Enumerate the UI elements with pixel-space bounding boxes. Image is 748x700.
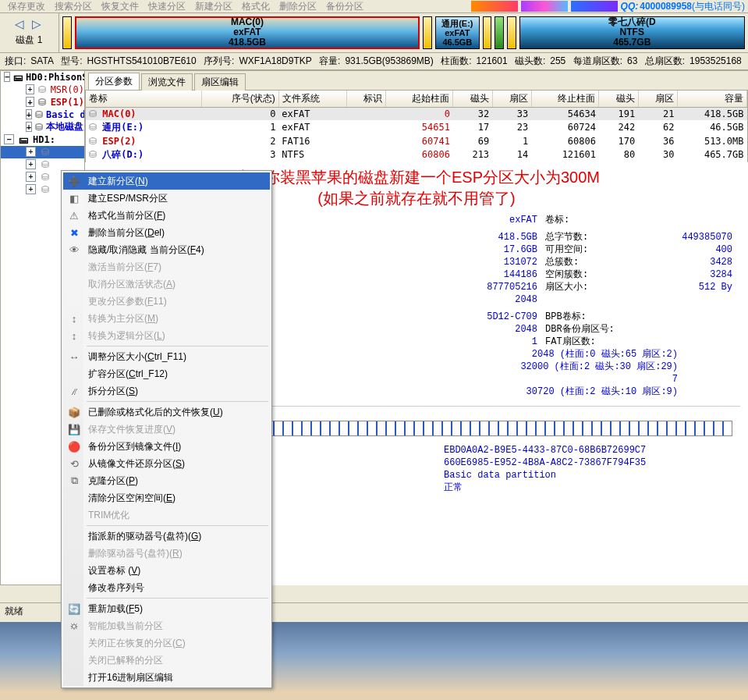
tb-search[interactable]: 搜索分区 bbox=[50, 0, 97, 13]
next-disk-icon[interactable]: ▷ bbox=[32, 18, 44, 30]
col-eh[interactable]: 磁头 bbox=[599, 91, 638, 108]
col-sc[interactable]: 起始柱面 bbox=[385, 91, 453, 108]
context-item[interactable]: ⟲从镜像文件还原分区(S) bbox=[63, 455, 270, 472]
menu-icon: ↔ bbox=[66, 351, 82, 363]
context-separator bbox=[87, 598, 268, 599]
partition-e[interactable]: 通用(E:) exFAT 46.5GB bbox=[435, 16, 480, 49]
disk-label: 磁盘 1 bbox=[16, 34, 42, 47]
iface-l: 接口: bbox=[5, 55, 26, 66]
menu-label: 修改卷序列号 bbox=[88, 581, 144, 595]
expand-icon[interactable]: + bbox=[26, 147, 36, 157]
partition-strip-gap2[interactable] bbox=[483, 16, 492, 49]
qq-number: 4000089958 bbox=[640, 1, 692, 12]
tree-hd0[interactable]: − HD0:PhisonSATASSD(238GB) bbox=[1, 71, 84, 84]
context-item[interactable]: ⫽拆分分区(S) bbox=[63, 382, 270, 400]
d-vsn-v: 5D12-C709 bbox=[366, 311, 537, 323]
context-item[interactable]: 修改卷序列号 bbox=[63, 579, 270, 596]
partition-strip-gap1[interactable] bbox=[423, 16, 432, 49]
tree-bdp[interactable]: + Basic data partition(2) bbox=[1, 108, 84, 121]
col-flag[interactable]: 标识 bbox=[346, 91, 385, 108]
context-item[interactable]: ↔调整分区大小(Ctrl_F11) bbox=[63, 348, 270, 365]
menu-icon: 🔄 bbox=[66, 603, 82, 615]
expand-icon[interactable]: + bbox=[26, 122, 32, 132]
expand-icon[interactable]: + bbox=[26, 97, 34, 107]
context-item[interactable]: 🔄重新加载(F5) bbox=[63, 600, 270, 617]
col-ss[interactable]: 扇区 bbox=[492, 91, 531, 108]
table-row[interactable]: ESP(2)2FAT16607416916080617036513.0MB bbox=[86, 135, 747, 147]
table-row[interactable]: 八碎(D:)3NTFS60806213141216018030465.7GB bbox=[86, 147, 747, 162]
col-fs[interactable]: 文件系统 bbox=[278, 91, 346, 108]
tb-delete[interactable]: 删除分区 bbox=[275, 0, 321, 13]
partition-strip-esp[interactable] bbox=[495, 16, 504, 49]
d-fs-v: exFAT bbox=[366, 214, 537, 226]
expand-icon[interactable]: + bbox=[26, 184, 36, 194]
partition-strip-lead[interactable] bbox=[62, 16, 72, 49]
context-item[interactable]: 设置卷标 (V) bbox=[63, 562, 270, 579]
d-lab-v bbox=[631, 214, 748, 226]
context-item: 取消分区激活状态(A) bbox=[63, 275, 270, 293]
collapse-icon[interactable]: − bbox=[4, 134, 14, 144]
expand-icon[interactable]: + bbox=[26, 172, 36, 182]
tb-recover[interactable]: 恢复文件 bbox=[97, 0, 144, 13]
table-row[interactable]: 通用(E:)1exFAT546511723607242426246.5GB bbox=[86, 120, 747, 135]
d-spc-v: 144186 bbox=[366, 268, 537, 281]
context-item[interactable]: 打开16进制扇区编辑 bbox=[63, 669, 270, 686]
tab-sector[interactable]: 扇区编辑 bbox=[194, 73, 246, 91]
menu-label: 转换为主分区(M) bbox=[88, 312, 158, 325]
expand-icon[interactable]: + bbox=[26, 84, 34, 94]
prev-disk-icon[interactable]: ◁ bbox=[15, 18, 27, 30]
tab-params[interactable]: 分区参数 bbox=[88, 73, 140, 90]
col-es[interactable]: 扇区 bbox=[638, 91, 677, 108]
context-item[interactable]: 📦已删除或格式化后的文件恢复(U) bbox=[63, 403, 270, 421]
col-cap[interactable]: 容量 bbox=[677, 91, 746, 108]
col-vol[interactable]: 卷标 bbox=[86, 91, 202, 108]
tree-esp[interactable]: + ESP(1) bbox=[1, 96, 84, 108]
tree-item[interactable]: + bbox=[1, 158, 84, 171]
tree-c[interactable]: + 本地磁盘(C:) bbox=[1, 121, 84, 133]
context-item[interactable]: ➕建立新分区(N) bbox=[63, 172, 270, 190]
tb-quick[interactable]: 快速分区 bbox=[144, 0, 190, 13]
tree-msr[interactable]: + MSR(0) bbox=[1, 84, 84, 96]
tree-selected[interactable]: + bbox=[1, 146, 84, 158]
context-item[interactable]: ✖删除当前分区(Del) bbox=[63, 224, 270, 241]
tab-browse[interactable]: 浏览文件 bbox=[141, 73, 193, 91]
qq-note: (与电话同号) bbox=[692, 0, 745, 13]
partition-mac[interactable]: MAC(0) exFAT 418.5GB bbox=[75, 16, 420, 49]
d-free-l: 可用空间: bbox=[545, 243, 631, 256]
table-row[interactable]: MAC(0)0exFAT032335463419121418.5GB bbox=[86, 107, 747, 120]
context-item[interactable]: 指派新的驱动器号(盘符)(G) bbox=[63, 528, 270, 545]
expand-icon[interactable]: + bbox=[26, 109, 32, 119]
tree-hd1[interactable]: − HD1: bbox=[1, 133, 84, 146]
head-l: 磁头数: bbox=[515, 55, 545, 66]
menu-icon: 💾 bbox=[66, 424, 82, 435]
context-item[interactable]: 🔴备份分区到镜像文件(I) bbox=[63, 438, 270, 455]
tb-new[interactable]: 新建分区 bbox=[190, 0, 237, 13]
context-item[interactable]: 👁隐藏/取消隐藏 当前分区(F4) bbox=[63, 241, 270, 258]
status-text: 就绪 bbox=[5, 606, 23, 616]
tb-backup[interactable]: 备份分区 bbox=[321, 0, 368, 13]
context-item[interactable]: 清除分区空闲空间(E) bbox=[63, 489, 270, 506]
partition-ntfs[interactable]: 零七八碎(D NTFS 465.7GB bbox=[519, 16, 745, 49]
context-item[interactable]: ⚠格式化当前分区(F) bbox=[63, 207, 270, 224]
context-item[interactable]: ◧建立ESP/MSR分区 bbox=[63, 190, 270, 207]
menu-icon: ⧉ bbox=[66, 474, 82, 487]
partition-strip-gap3[interactable] bbox=[507, 16, 516, 49]
row-es: 30 bbox=[638, 147, 677, 162]
col-ec[interactable]: 终止柱面 bbox=[531, 91, 599, 108]
context-item[interactable]: 扩容分区(Ctrl_F12) bbox=[63, 365, 270, 382]
col-sh[interactable]: 磁头 bbox=[453, 91, 492, 108]
collapse-icon[interactable]: − bbox=[4, 72, 10, 82]
expand-icon[interactable]: + bbox=[26, 159, 36, 169]
row-sc: 60806 bbox=[385, 147, 453, 162]
menu-label: 调整分区大小(Ctrl_F11) bbox=[88, 350, 186, 364]
tb-save[interactable]: 保存更改 bbox=[3, 0, 50, 13]
volume-icon bbox=[39, 147, 51, 158]
menu-icon: ⛭ bbox=[66, 620, 82, 632]
right-tabs: 分区参数 浏览文件 扇区编辑 bbox=[85, 71, 748, 90]
context-item[interactable]: ⧉克隆分区(P) bbox=[63, 472, 270, 489]
tb-format[interactable]: 格式化 bbox=[237, 0, 275, 13]
d-fatpos-v: 2048 (柱面:0 磁头:65 扇区:2) bbox=[366, 348, 678, 361]
row-flag bbox=[346, 147, 385, 162]
row-ec: 54634 bbox=[531, 107, 599, 120]
col-seq[interactable]: 序号(状态) bbox=[202, 91, 279, 108]
